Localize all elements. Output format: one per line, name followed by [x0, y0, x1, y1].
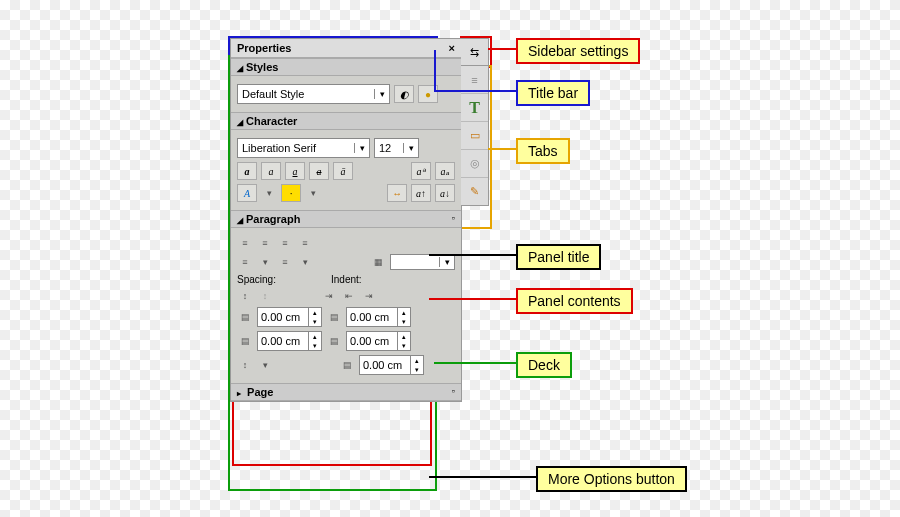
line: [488, 148, 516, 150]
chevron-down-icon[interactable]: ▾: [261, 186, 277, 200]
dec-indent-btn[interactable]: ⇤: [341, 289, 357, 303]
before-indent-icon: ▤: [326, 310, 342, 324]
update-style-btn[interactable]: ◐: [394, 85, 414, 103]
callout-settings: Sidebar settings: [516, 38, 640, 64]
align-left-btn[interactable]: ≡: [237, 236, 253, 250]
line: [434, 90, 516, 92]
callout-panel-contents: Panel contents: [516, 288, 633, 314]
spacing-label: Spacing:: [237, 274, 327, 285]
more-options-icon[interactable]: ▫: [452, 213, 455, 225]
chevron-down-icon[interactable]: ▾: [257, 358, 273, 372]
line: [429, 298, 516, 300]
up-icon[interactable]: ▴: [411, 356, 423, 365]
down-icon[interactable]: ▾: [398, 341, 410, 350]
titlebar-text: Properties: [237, 42, 291, 54]
indent-label: Indent:: [331, 274, 362, 285]
titlebar: Properties ×: [231, 39, 461, 58]
chevron-down-icon: ▾: [374, 89, 389, 99]
up-icon[interactable]: ▴: [398, 308, 410, 317]
callout-deck: Deck: [516, 352, 572, 378]
down-icon[interactable]: ▾: [411, 365, 423, 374]
above-spacing-spin[interactable]: 0.00 cm ▴▾: [257, 307, 322, 327]
overline-btn[interactable]: ā: [333, 162, 353, 180]
dec-spacing-btn[interactable]: ↕: [257, 289, 273, 303]
after-indent-spin[interactable]: 0.00 cm ▴▾: [346, 331, 411, 351]
highlight-btn[interactable]: ·: [281, 184, 301, 202]
down-icon[interactable]: ▾: [309, 341, 321, 350]
chevron-down-icon[interactable]: ▾: [305, 186, 321, 200]
line: [488, 48, 516, 50]
after-indent-icon: ▤: [326, 334, 342, 348]
align-center-btn[interactable]: ≡: [257, 236, 273, 250]
below-spacing-spin[interactable]: 0.00 cm ▴▾: [257, 331, 322, 351]
before-indent-spin[interactable]: 0.00 cm ▴▾: [346, 307, 411, 327]
down-icon[interactable]: ▾: [398, 317, 410, 326]
line: [434, 50, 436, 92]
font-size-combo[interactable]: 12 ▾: [374, 138, 419, 158]
inc-indent-btn[interactable]: ⇥: [321, 289, 337, 303]
first-line-spin[interactable]: 0.00 cm ▴▾: [359, 355, 424, 375]
underline-btn[interactable]: a: [285, 162, 305, 180]
chevron-down-icon: ▾: [403, 143, 418, 153]
bullets-btn[interactable]: ≡: [237, 255, 253, 269]
hanging-indent-btn[interactable]: ⇥: [361, 289, 377, 303]
chevron-down-icon: ▾: [354, 143, 369, 153]
first-line-icon: ▤: [339, 358, 355, 372]
italic-btn[interactable]: a: [261, 162, 281, 180]
line: [429, 254, 516, 256]
callout-panel-title: Panel title: [516, 244, 601, 270]
tab-styles[interactable]: T: [461, 94, 488, 122]
up-icon[interactable]: ▴: [309, 332, 321, 341]
spacing-btn[interactable]: ↔: [387, 184, 407, 202]
up-icon[interactable]: ▴: [398, 332, 410, 341]
callout-tabs: Tabs: [516, 138, 570, 164]
close-icon[interactable]: ×: [449, 42, 455, 54]
subscript-btn[interactable]: aₐ: [435, 162, 455, 180]
chevron-down-icon: ▾: [439, 257, 454, 267]
tab-manage-changes[interactable]: ✎: [461, 178, 488, 205]
callout-titlebar: Title bar: [516, 80, 590, 106]
bold-btn[interactable]: a: [237, 162, 257, 180]
character-head[interactable]: ◢Character: [231, 112, 461, 130]
line: [434, 362, 516, 364]
above-spacing-icon: ▤: [237, 310, 253, 324]
font-color-btn[interactable]: A: [237, 184, 257, 202]
strike-btn[interactable]: a: [309, 162, 329, 180]
callout-more: More Options button: [536, 466, 687, 492]
below-spacing-icon: ▤: [237, 334, 253, 348]
grow-font-btn[interactable]: a↑: [411, 184, 431, 202]
caret-icon: ◢: [237, 118, 243, 127]
numbering-btn[interactable]: ≡: [277, 255, 293, 269]
properties-sidebar: Properties × ◢Styles Default Style ▾ ◐ ●…: [230, 38, 462, 402]
superscript-btn[interactable]: aᵃ: [411, 162, 431, 180]
caret-icon: ◢: [237, 216, 243, 225]
sidebar-settings-btn[interactable]: ⇆: [461, 39, 488, 66]
sidebar-tabs: ⇆ ≡ T ▭ ◎ ✎: [461, 38, 489, 206]
page-head[interactable]: ▸ Page ▫: [231, 383, 461, 401]
bgcolor-btn[interactable]: ▦: [370, 255, 386, 269]
tab-navigator[interactable]: ◎: [461, 150, 488, 178]
tab-gallery[interactable]: ▭: [461, 122, 488, 150]
font-name-combo[interactable]: Liberation Serif ▾: [237, 138, 370, 158]
caret-icon: ◢: [237, 64, 243, 73]
line: [429, 476, 536, 478]
styles-head[interactable]: ◢Styles: [231, 58, 461, 76]
caret-right-icon: ▸: [237, 389, 241, 398]
inc-spacing-btn[interactable]: ↕: [237, 289, 253, 303]
paragraph-style-combo[interactable]: Default Style ▾: [237, 84, 390, 104]
paragraph-head[interactable]: ◢Paragraph ▫: [231, 210, 461, 228]
chevron-down-icon[interactable]: ▾: [297, 255, 313, 269]
up-icon[interactable]: ▴: [309, 308, 321, 317]
bgcolor-combo[interactable]: ▾: [390, 254, 455, 270]
chevron-down-icon[interactable]: ▾: [257, 255, 273, 269]
align-justify-btn[interactable]: ≡: [297, 236, 313, 250]
line-spacing-btn[interactable]: ↕: [237, 358, 253, 372]
more-options-icon[interactable]: ▫: [452, 386, 455, 398]
shrink-font-btn[interactable]: a↓: [435, 184, 455, 202]
down-icon[interactable]: ▾: [309, 317, 321, 326]
align-right-btn[interactable]: ≡: [277, 236, 293, 250]
